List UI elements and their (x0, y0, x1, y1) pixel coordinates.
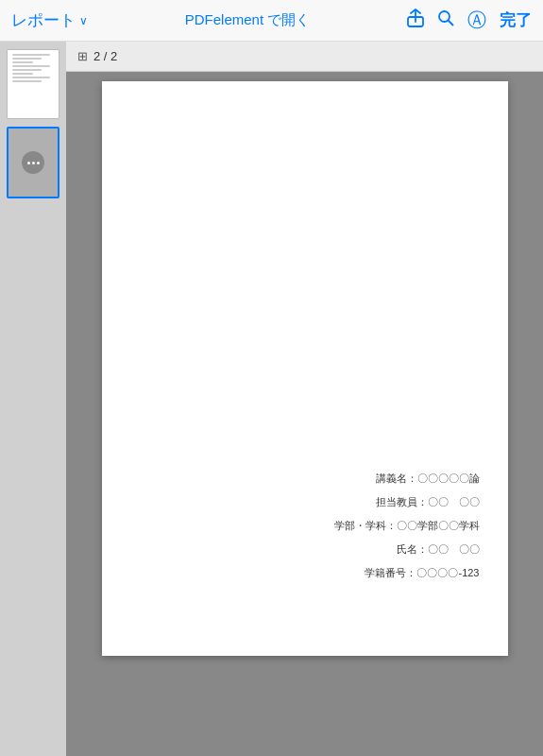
page-indicator-bar: ⊞ 2 / 2 (66, 42, 543, 72)
thumb-line (12, 77, 50, 78)
thumb-line (12, 69, 42, 71)
pdf-info-line-2: 担当教員：〇〇 〇〇 (334, 495, 480, 509)
thumb-line (12, 58, 42, 60)
thumbnail-sidebar (0, 42, 66, 756)
pdf-page-container[interactable]: 講義名：〇〇〇〇〇論 担当教員：〇〇 〇〇 学部・学科：〇〇学部〇〇学科 氏名：… (66, 72, 543, 756)
thumb-dot (32, 162, 35, 164)
thumb-line (12, 61, 33, 63)
pdf-info-line-4: 氏名：〇〇 〇〇 (334, 542, 480, 557)
share-icon[interactable] (407, 9, 424, 32)
page-viewer: ⊞ 2 / 2 講義名：〇〇〇〇〇論 担当教員：〇〇 〇〇 学部・学科：〇〇学部… (66, 42, 543, 756)
back-button[interactable]: レポート (11, 9, 76, 31)
nav-right: Ⓐ 完了 (407, 8, 532, 33)
pdf-info-block: 講義名：〇〇〇〇〇論 担当教員：〇〇 〇〇 学部・学科：〇〇学部〇〇学科 氏名：… (334, 472, 480, 580)
thumbnail-page-1[interactable] (7, 49, 59, 119)
chevron-down-icon: ∨ (79, 14, 88, 27)
svg-line-2 (449, 21, 453, 26)
pdf-page: 講義名：〇〇〇〇〇論 担当教員：〇〇 〇〇 学部・学科：〇〇学部〇〇学科 氏名：… (102, 81, 508, 656)
main-area: ⊞ 2 / 2 講義名：〇〇〇〇〇論 担当教員：〇〇 〇〇 学部・学科：〇〇学部… (0, 42, 543, 756)
pdf-info-line-1: 講義名：〇〇〇〇〇論 (334, 472, 480, 486)
thumb-line (12, 54, 50, 56)
thumb-line (12, 80, 42, 82)
pdf-info-line-5: 学籍番号：〇〇〇〇-123 (334, 566, 480, 580)
nav-left: レポート ∨ (11, 9, 88, 31)
page-grid-icon: ⊞ (77, 49, 88, 63)
done-button[interactable]: 完了 (500, 9, 532, 31)
thumb-line (12, 73, 33, 75)
thumb-dot (37, 162, 40, 164)
thumb-dot (27, 162, 30, 164)
nav-center-action[interactable]: PDFelement で開く (88, 11, 407, 29)
thumb-dots (27, 162, 40, 164)
thumb-line (12, 65, 50, 67)
nav-bar: レポート ∨ PDFelement で開く Ⓐ 完了 (0, 0, 543, 42)
search-icon[interactable] (437, 9, 454, 31)
thumb-circle-icon (22, 151, 44, 174)
page-indicator-text: 2 / 2 (93, 49, 117, 63)
thumbnail-page-2[interactable] (7, 127, 59, 198)
circle-a-icon[interactable]: Ⓐ (467, 8, 486, 33)
pdf-info-line-3: 学部・学科：〇〇学部〇〇学科 (334, 519, 480, 533)
